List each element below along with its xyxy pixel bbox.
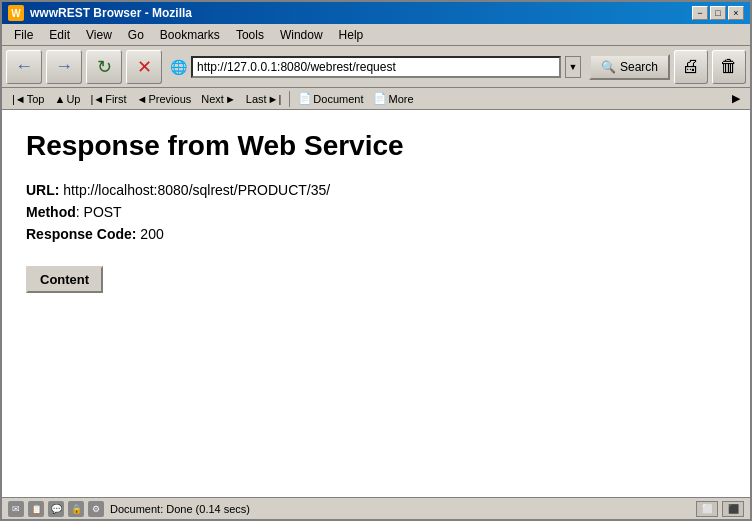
status-text: Document: Done (0.14 secs) [110, 503, 690, 515]
status-icon-4: 🔒 [68, 501, 84, 517]
nav-more-icon: 📄 [373, 92, 387, 105]
address-dropdown-button[interactable]: ▼ [565, 56, 581, 78]
url-line: URL: http://localhost:8080/sqlrest/PRODU… [26, 182, 726, 198]
forward-button[interactable]: → [46, 50, 82, 84]
window-title: wwwREST Browser - Mozilla [30, 6, 692, 20]
menu-bar: File Edit View Go Bookmarks Tools Window… [2, 24, 750, 46]
menu-edit[interactable]: Edit [41, 26, 78, 44]
nav-more-label: More [388, 93, 413, 105]
nav-document[interactable]: 📄 Document [294, 91, 367, 106]
nav-more[interactable]: 📄 More [369, 91, 417, 106]
status-icons: ✉ 📋 💬 🔒 ⚙ [8, 501, 104, 517]
menu-window[interactable]: Window [272, 26, 331, 44]
url-label: URL: [26, 182, 59, 198]
browser-window: W wwwREST Browser - Mozilla − □ × File E… [0, 0, 752, 521]
menu-view[interactable]: View [78, 26, 120, 44]
nav-up-label: Up [66, 93, 80, 105]
minimize-button[interactable]: − [692, 6, 708, 20]
content-button[interactable]: Content [26, 266, 103, 293]
nav-first[interactable]: |◄ First [86, 92, 130, 106]
nav-prev-icon: ◄ [137, 93, 148, 105]
search-label: Search [620, 60, 658, 74]
menu-go[interactable]: Go [120, 26, 152, 44]
page-heading: Response from Web Service [26, 130, 726, 162]
status-resize-btn[interactable]: ⬜ [696, 501, 718, 517]
method-value: POST [84, 204, 122, 220]
method-label: Method [26, 204, 76, 220]
nav-up-icon: ▲ [55, 93, 66, 105]
nav-document-label: Document [313, 93, 363, 105]
toolbar: ← → ↻ ✕ 🌐 ▼ 🔍 Search 🖨 🗑 [2, 46, 750, 88]
nav-scroll-right[interactable]: ▶ [728, 91, 744, 106]
status-resize-btn-2[interactable]: ⬛ [722, 501, 744, 517]
title-bar: W wwwREST Browser - Mozilla − □ × [2, 2, 750, 24]
app-icon: W [8, 5, 24, 21]
menu-file[interactable]: File [6, 26, 41, 44]
response-value: 200 [140, 226, 163, 242]
address-input[interactable] [191, 56, 561, 78]
nav-last-icon: ►| [268, 93, 282, 105]
nav-next-label: Next [201, 93, 224, 105]
close-button[interactable]: × [728, 6, 744, 20]
nav-separator [289, 91, 290, 107]
menu-tools[interactable]: Tools [228, 26, 272, 44]
nav-last-label: Last [246, 93, 267, 105]
url-value: http://localhost:8080/sqlrest/PRODUCT/35… [63, 182, 330, 198]
address-icon: 🌐 [170, 59, 187, 75]
status-bar: ✉ 📋 💬 🔒 ⚙ Document: Done (0.14 secs) ⬜ ⬛ [2, 497, 750, 519]
nav-top-label: Top [27, 93, 45, 105]
nav-previous[interactable]: ◄ Previous [133, 92, 196, 106]
status-icon-2: 📋 [28, 501, 44, 517]
status-icon-5: ⚙ [88, 501, 104, 517]
nav-first-icon: |◄ [90, 93, 104, 105]
maximize-button[interactable]: □ [710, 6, 726, 20]
nav-next-icon: ► [225, 93, 236, 105]
refresh-button[interactable]: ↻ [86, 50, 122, 84]
status-icon-3: 💬 [48, 501, 64, 517]
nav-last[interactable]: Last ►| [242, 92, 286, 106]
nav-next[interactable]: Next ► [197, 92, 240, 106]
status-right: ⬜ ⬛ [696, 501, 744, 517]
nav-up[interactable]: ▲ Up [51, 92, 85, 106]
nav-doc-icon: 📄 [298, 92, 312, 105]
search-button[interactable]: 🔍 Search [589, 54, 670, 80]
nav-top[interactable]: |◄ Top [8, 92, 49, 106]
nav-previous-label: Previous [148, 93, 191, 105]
nav-top-icon: |◄ [12, 93, 26, 105]
status-icon-1: ✉ [8, 501, 24, 517]
back-button[interactable]: ← [6, 50, 42, 84]
search-icon: 🔍 [601, 60, 616, 74]
nav-first-label: First [105, 93, 126, 105]
nav-bar: |◄ Top ▲ Up |◄ First ◄ Previous Next ► L… [2, 88, 750, 110]
stop-button[interactable]: ✕ [126, 50, 162, 84]
delete-button[interactable]: 🗑 [712, 50, 746, 84]
content-area: Response from Web Service URL: http://lo… [2, 110, 750, 497]
method-line: Method: POST [26, 204, 726, 220]
menu-help[interactable]: Help [331, 26, 372, 44]
window-controls: − □ × [692, 6, 744, 20]
response-label: Response Code: [26, 226, 136, 242]
print-button[interactable]: 🖨 [674, 50, 708, 84]
menu-bookmarks[interactable]: Bookmarks [152, 26, 228, 44]
address-bar-container: 🌐 ▼ [170, 56, 581, 78]
response-line: Response Code: 200 [26, 226, 726, 242]
